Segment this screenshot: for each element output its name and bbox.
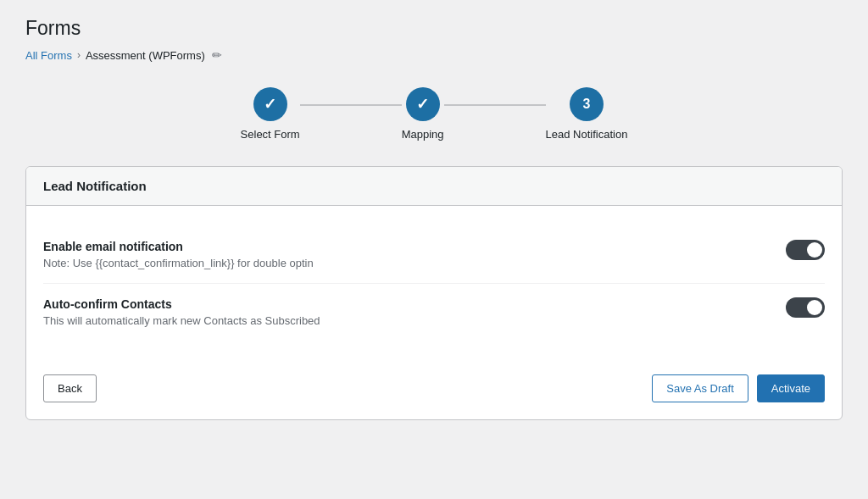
page-title: Forms <box>25 17 843 40</box>
email-notification-track <box>786 240 825 260</box>
step-label-2: Mapping <box>402 128 444 141</box>
save-draft-button[interactable]: Save As Draft <box>652 374 748 402</box>
step-lead-notification: 3 Lead Notification <box>546 87 628 141</box>
breadcrumb-all-forms[interactable]: All Forms <box>25 49 72 62</box>
step-check-2: ✓ <box>416 95 429 114</box>
breadcrumb-current: Assessment (WPForms) <box>86 49 205 62</box>
auto-confirm-info: Auto-confirm Contacts This will automati… <box>43 297 769 327</box>
step-circle-2: ✓ <box>406 87 440 121</box>
email-notification-label: Enable email notification <box>43 240 769 253</box>
email-notification-toggle[interactable] <box>786 240 825 260</box>
step-number-3: 3 <box>583 97 591 112</box>
stepper: ✓ Select Form ✓ Mapping 3 Lead Notificat… <box>25 87 843 141</box>
email-notification-note: Note: Use {{contact_confirmation_link}} … <box>43 257 769 269</box>
step-circle-3: 3 <box>570 87 604 121</box>
activate-button[interactable]: Activate <box>757 374 825 402</box>
step-label-3: Lead Notification <box>546 128 628 141</box>
auto-confirm-track <box>786 297 825 318</box>
breadcrumb-separator: › <box>77 49 81 61</box>
lead-notification-card: Lead Notification Enable email notificat… <box>25 166 843 420</box>
auto-confirm-note: This will automatically mark new Contact… <box>43 314 769 327</box>
auto-confirm-label: Auto-confirm Contacts <box>43 297 769 311</box>
step-label-1: Select Form <box>241 128 300 141</box>
step-connector-1 <box>300 104 402 106</box>
page-wrapper: Forms All Forms › Assessment (WPForms) ✏… <box>0 0 868 499</box>
step-connector-2 <box>444 104 546 106</box>
email-notification-info: Enable email notification Note: Use {{co… <box>43 240 769 269</box>
auto-confirm-thumb <box>807 300 822 315</box>
step-circle-1: ✓ <box>253 87 287 121</box>
auto-confirm-row: Auto-confirm Contacts This will automati… <box>43 284 825 341</box>
email-notification-thumb <box>807 242 822 258</box>
breadcrumb: All Forms › Assessment (WPForms) ✏ <box>25 48 843 62</box>
step-mapping: ✓ Mapping <box>402 87 444 141</box>
card-header-title: Lead Notification <box>43 179 147 193</box>
back-button[interactable]: Back <box>43 374 97 402</box>
step-select-form: ✓ Select Form <box>241 87 300 141</box>
email-notification-row: Enable email notification Note: Use {{co… <box>43 226 825 284</box>
step-check-1: ✓ <box>264 95 276 114</box>
card-footer: Back Save As Draft Activate <box>26 361 842 419</box>
card-body: Enable email notification Note: Use {{co… <box>26 206 842 361</box>
card-header: Lead Notification <box>26 167 842 206</box>
edit-icon[interactable]: ✏ <box>212 48 222 62</box>
action-buttons: Save As Draft Activate <box>652 374 825 402</box>
auto-confirm-toggle[interactable] <box>786 297 825 318</box>
